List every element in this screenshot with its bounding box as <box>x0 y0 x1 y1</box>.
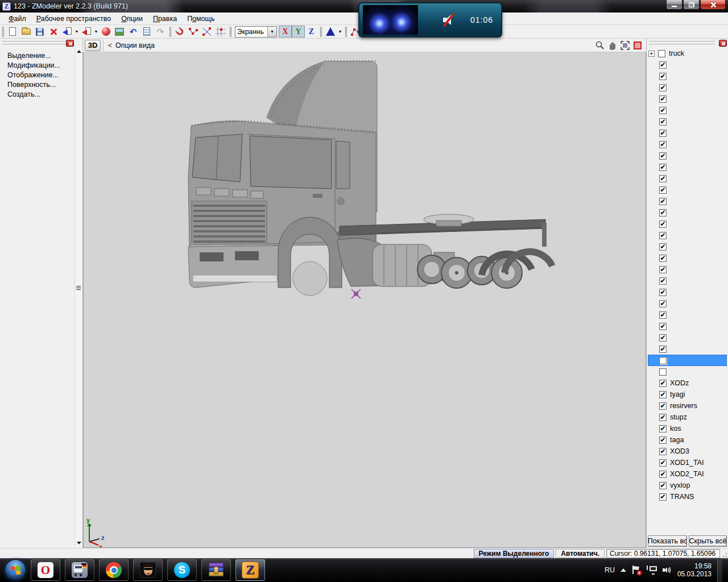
taskbar-app-winrar[interactable] <box>201 559 231 581</box>
import-dropdown-caret[interactable]: ▼ <box>74 30 80 34</box>
tree-row-unnamed[interactable]: ✔ <box>648 196 727 207</box>
orbit-tool-button[interactable] <box>620 40 630 51</box>
visibility-checkbox[interactable]: ✔ <box>659 141 667 148</box>
start-button[interactable] <box>5 559 26 581</box>
menu-edit[interactable]: Правка <box>148 14 182 24</box>
panel-grip[interactable] <box>2 40 72 44</box>
weld-vertices-button[interactable] <box>187 26 200 38</box>
taskbar-app-skype[interactable]: S <box>167 559 197 581</box>
left-panel-item[interactable]: Модификации... <box>0 61 73 70</box>
visibility-checkbox[interactable] <box>659 357 667 364</box>
visibility-checkbox[interactable]: ✔ <box>659 61 667 69</box>
visibility-checkbox[interactable]: ✔ <box>659 482 667 489</box>
tree-row-taga[interactable]: ✔taga <box>648 434 727 446</box>
tree-row-kos[interactable]: ✔kos <box>648 423 727 434</box>
tree-row-XOD3[interactable]: ✔XOD3 <box>648 446 727 457</box>
tree-row-unnamed[interactable]: ✔ <box>648 59 727 70</box>
taskbar-app-gta[interactable] <box>133 559 163 581</box>
visibility-checkbox[interactable]: ✔ <box>659 255 667 262</box>
visibility-checkbox[interactable]: ✔ <box>659 84 667 92</box>
export-button[interactable] <box>80 26 93 38</box>
hide-all-button[interactable]: Скрыть всё <box>689 535 727 547</box>
visibility-checkbox[interactable]: ✔ <box>659 118 667 126</box>
axis-y-toggle[interactable]: Y <box>292 26 305 38</box>
tree-row-truck[interactable]: +truck <box>648 48 727 59</box>
visibility-checkbox[interactable]: ✔ <box>659 380 667 387</box>
menu-help[interactable]: Помощь <box>182 14 220 24</box>
tree-row-vyxlop[interactable]: ✔vyxlop <box>648 480 727 491</box>
panel-grip[interactable] <box>649 40 715 44</box>
visibility-checkbox[interactable]: ✔ <box>659 414 667 421</box>
pan-tool-button[interactable] <box>607 40 618 51</box>
scroll-up-icon[interactable] <box>77 50 81 53</box>
resize-grip[interactable] <box>721 551 727 558</box>
left-panel-item[interactable]: Поверхность... <box>0 80 73 90</box>
selected-mode-button[interactable]: Режим Выделенного <box>474 549 555 558</box>
menu-options[interactable]: Опции <box>116 14 148 24</box>
visibility-checkbox[interactable]: ✔ <box>659 300 667 307</box>
action-center-icon[interactable]: x <box>632 566 641 575</box>
tree-row-unnamed[interactable]: ✔ <box>648 105 727 116</box>
tree-row-TRANS[interactable]: ✔TRANS <box>648 491 727 502</box>
tree-row-unnamed[interactable]: ✔ <box>648 116 727 127</box>
tree-row-unnamed[interactable]: ✔ <box>648 230 727 241</box>
tree-row-unnamed[interactable]: ✔ <box>648 139 727 150</box>
tree-row-stupz[interactable]: ✔stupz <box>648 411 727 423</box>
tree-row-XOD2_TAI[interactable]: ✔XOD2_TAI <box>648 468 727 480</box>
magnet-tool-button[interactable] <box>173 26 187 38</box>
viewport-mode-button[interactable]: 3D <box>85 40 101 51</box>
truck-model[interactable]: y z x <box>84 52 646 548</box>
scroll-grip-icon[interactable] <box>76 286 81 290</box>
tree-row-XODz[interactable]: ✔XODz <box>648 377 727 389</box>
visibility-checkbox[interactable]: ✔ <box>659 323 667 330</box>
tree-row-unnamed[interactable]: ✔ <box>648 286 727 298</box>
tree-row-unnamed[interactable]: ✔ <box>648 207 727 218</box>
tree-row-unnamed[interactable]: ✔ <box>648 161 727 173</box>
pivot-marker[interactable] <box>351 289 361 298</box>
visibility-checkbox[interactable]: ✔ <box>659 493 667 501</box>
tree-row-unnamed[interactable]: ✔ <box>648 150 727 161</box>
tree-row-unnamed[interactable]: ✔ <box>648 82 727 93</box>
visibility-checkbox[interactable]: ✔ <box>659 471 667 478</box>
visibility-checkbox[interactable]: ✔ <box>659 266 667 273</box>
texture-browser-button[interactable] <box>113 26 126 38</box>
view-mode-caret[interactable]: ▼ <box>267 27 276 37</box>
scroll-down-icon[interactable] <box>77 542 81 544</box>
tree-row-resirvers[interactable]: ✔resirvers <box>648 400 727 411</box>
tree-row-XOD1_TAI[interactable]: ✔XOD1_TAI <box>648 457 727 468</box>
visibility-checkbox[interactable]: ✔ <box>659 289 667 296</box>
network-icon[interactable] <box>647 566 657 575</box>
tree-row-unnamed[interactable]: ✔ <box>648 218 727 230</box>
export-dropdown-caret[interactable]: ▼ <box>93 30 99 34</box>
open-file-button[interactable] <box>19 26 33 38</box>
visibility-checkbox[interactable]: ✔ <box>659 152 667 160</box>
visibility-checkbox[interactable]: ✔ <box>659 448 667 455</box>
tree-row-unnamed[interactable]: ✔ <box>648 275 727 286</box>
visibility-checkbox[interactable]: ✔ <box>659 334 667 342</box>
visibility-checkbox[interactable] <box>658 50 665 57</box>
viewport-back-arrow[interactable]: < <box>108 41 112 49</box>
visibility-checkbox[interactable]: ✔ <box>659 346 667 353</box>
scene-info-button[interactable] <box>140 26 154 38</box>
view-mode-select[interactable]: Экраннь ▼ <box>235 26 277 38</box>
tree-row-unnamed[interactable]: ✔ <box>648 332 727 343</box>
taskbar-app-zmodeler[interactable]: Z <box>235 559 265 581</box>
tree-row-unnamed[interactable]: ✔ <box>648 70 727 82</box>
redo-button[interactable]: ↷ <box>154 26 167 38</box>
zoom-tool-button[interactable] <box>595 40 605 51</box>
left-panel-close-button[interactable] <box>66 40 74 47</box>
restore-button[interactable] <box>683 0 700 10</box>
primitive-dropdown-caret[interactable]: ▼ <box>337 30 343 34</box>
tree-row-unnamed[interactable] <box>648 366 727 377</box>
new-file-button[interactable] <box>6 26 19 38</box>
taskbar-app-chrome[interactable] <box>99 559 129 581</box>
visibility-checkbox[interactable]: ✔ <box>659 198 667 205</box>
maximize-view-button[interactable] <box>632 40 643 51</box>
viewport-canvas[interactable]: y z x <box>83 52 646 548</box>
visibility-checkbox[interactable]: ✔ <box>659 130 667 137</box>
visibility-checkbox[interactable]: ✔ <box>659 459 667 467</box>
visibility-checkbox[interactable]: ✔ <box>659 391 667 398</box>
tree-row-unnamed[interactable]: ✔ <box>648 241 727 252</box>
visibility-checkbox[interactable]: ✔ <box>659 186 667 194</box>
visibility-checkbox[interactable]: ✔ <box>659 425 667 433</box>
